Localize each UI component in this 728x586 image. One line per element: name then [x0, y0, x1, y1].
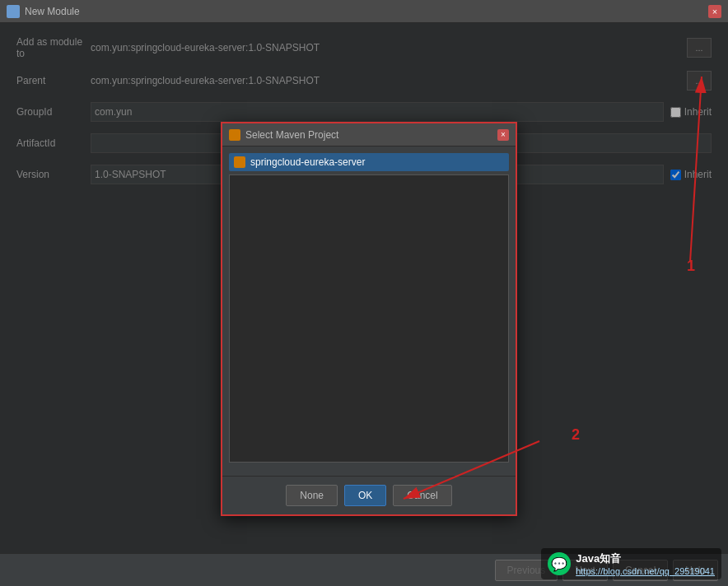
- branding-icon: 💬: [548, 552, 571, 575]
- maven-cancel-button[interactable]: Cancel: [393, 485, 451, 506]
- module-icon: [7, 5, 20, 18]
- title-bar: New Module ×: [0, 0, 728, 23]
- maven-ok-button[interactable]: OK: [344, 485, 386, 506]
- window-title: New Module: [25, 6, 80, 17]
- main-window: New Module × Add as module to com.yun:sp…: [0, 0, 728, 586]
- branding-name: Java知音: [576, 551, 715, 566]
- window-close-button[interactable]: ×: [708, 5, 721, 18]
- maven-dialog: Select Maven Project × springcloud-eurek…: [221, 122, 517, 516]
- maven-empty-area: [229, 174, 509, 463]
- maven-none-button[interactable]: None: [286, 485, 338, 506]
- content-area: Add as module to com.yun:springcloud-eur…: [0, 23, 728, 553]
- maven-dialog-title-bar: Select Maven Project ×: [222, 123, 516, 146]
- maven-dialog-title-left: Select Maven Project: [229, 129, 338, 141]
- title-bar-left: New Module: [7, 5, 80, 18]
- bottom-bar: Previous Next Cancel Help 💬 Java知音 https…: [0, 553, 728, 586]
- maven-dialog-title-text: Select Maven Project: [245, 129, 338, 141]
- maven-tree-item[interactable]: springcloud-eureka-server: [229, 153, 509, 171]
- branding-info: Java知音 https://blog.csdn.net/qq_29519041: [576, 551, 715, 576]
- branding-url: https://blog.csdn.net/qq_29519041: [576, 566, 715, 576]
- maven-project-name: springcloud-eureka-server: [250, 156, 365, 168]
- maven-dialog-body: springcloud-eureka-server: [222, 146, 516, 476]
- maven-dialog-icon: [229, 129, 240, 141]
- branding-overlay: 💬 Java知音 https://blog.csdn.net/qq_295190…: [541, 548, 721, 579]
- maven-dialog-footer: None OK Cancel: [222, 476, 516, 514]
- maven-dialog-close-button[interactable]: ×: [497, 129, 509, 141]
- maven-project-icon: [234, 156, 245, 168]
